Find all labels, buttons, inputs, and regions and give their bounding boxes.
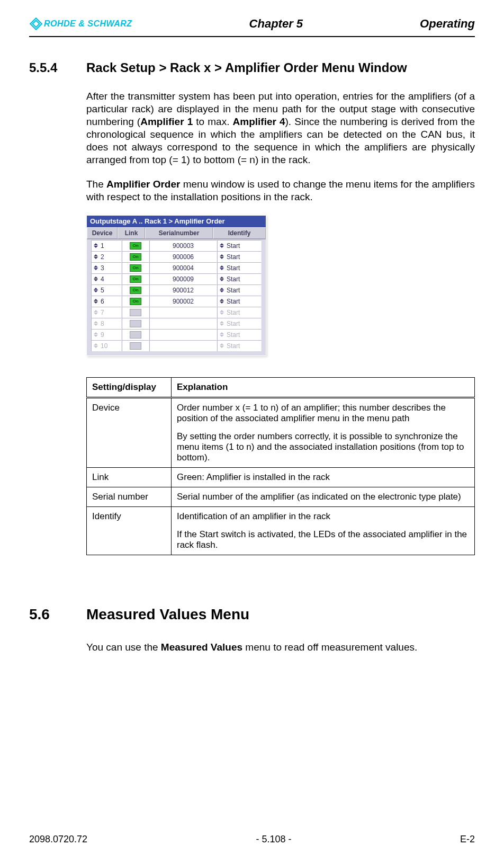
amplifier-row: 7Start [91,307,262,318]
serial-cell [149,318,217,329]
identify-stepper: Start [217,340,262,351]
exp-row-identify: Identify Identification of an amplifier … [87,506,475,555]
device-number: 7 [101,309,104,316]
footer-pagenum: - 5.108 - [256,834,292,845]
stepper-arrows-icon [94,275,99,283]
section-56-title: Measured Values Menu [86,606,249,623]
stepper-arrows-icon [94,287,99,294]
serial-cell [149,329,217,340]
header-chapter: Chapter 5 [249,17,303,31]
identify-label: Start [227,298,240,305]
col-header-identify: Identify [213,227,266,239]
link-cell: On [122,273,149,284]
brand-logo: ROHDE & SCHWARZ [29,17,132,31]
link-indicator [130,342,141,350]
identify-label: Start [227,320,240,327]
exp-text-link: Green: Amplifier is installed in the rac… [172,467,475,487]
amplifier-row: 2On900006Start [91,251,262,262]
device-number: 9 [101,331,104,339]
device-stepper[interactable]: 3 [91,262,122,273]
stepper-arrows-icon [94,331,99,339]
identify-label: Start [227,264,240,272]
serial-cell: 900004 [149,262,217,273]
section-554-title: Rack Setup > Rack x > Amplifier Order Me… [86,60,407,75]
amplifier-order-header-row: Device Link Serialnumber Identify [87,227,266,239]
identify-stepper[interactable]: Start [217,240,262,251]
identify-stepper[interactable]: Start [217,273,262,284]
device-stepper[interactable]: 2 [91,251,122,262]
identify-stepper[interactable]: Start [217,296,262,307]
exp-header-setting: Setting/display [87,377,172,397]
device-number: 2 [101,253,104,261]
stepper-arrows-icon [220,275,225,283]
amplifier-row: 10Start [91,340,262,351]
stepper-arrows-icon [220,309,225,316]
exp-label-link: Link [87,467,172,487]
serial-cell: 900009 [149,273,217,284]
amplifier-order-window: Outputstage A .. Rack 1 > Amplifier Orde… [86,215,266,356]
stepper-arrows-icon [220,320,225,327]
link-indicator[interactable]: On [130,253,141,261]
link-indicator[interactable]: On [130,275,141,283]
stepper-arrows-icon [220,342,225,350]
identify-label: Start [227,287,240,294]
link-indicator [130,331,141,339]
link-cell: On [122,284,149,296]
identify-label: Start [227,275,240,283]
amplifier-row: 3On900004Start [91,262,262,273]
device-stepper[interactable]: 5 [91,284,122,296]
col-header-link: Link [118,227,145,239]
stepper-arrows-icon [220,253,225,261]
link-indicator[interactable]: On [130,287,141,294]
stepper-arrows-icon [220,264,225,272]
device-stepper: 9 [91,329,122,340]
device-stepper: 8 [91,318,122,329]
identify-label: Start [227,342,240,350]
device-stepper: 10 [91,340,122,351]
device-number: 3 [101,264,104,272]
device-number: 8 [101,320,104,327]
exp-text-serial: Serial number of the amplifier (as indic… [172,487,475,506]
section-56-number: 5.6 [29,606,63,623]
stepper-arrows-icon [94,309,99,316]
stepper-arrows-icon [94,242,99,250]
link-indicator[interactable]: On [130,298,141,305]
identify-stepper[interactable]: Start [217,251,262,262]
stepper-arrows-icon [94,320,99,327]
device-stepper[interactable]: 6 [91,296,122,307]
identify-label: Start [227,331,240,339]
page-footer: 2098.0720.72 - 5.108 - E-2 [29,834,475,845]
link-cell [122,318,149,329]
exp-label-serial: Serial number [87,487,172,506]
amplifier-row: 5On900012Start [91,284,262,296]
link-indicator[interactable]: On [130,264,141,272]
stepper-arrows-icon [94,342,99,350]
section-554-para2: The Amplifier Order menu window is used … [86,178,475,203]
stepper-arrows-icon [94,264,99,272]
amplifier-row: 6On900002Start [91,296,262,307]
serial-cell: 900006 [149,251,217,262]
section-56-para: You can use the Measured Values menu to … [86,641,475,654]
amplifier-row: 1On900003Start [91,240,262,251]
identify-stepper: Start [217,329,262,340]
stepper-arrows-icon [220,287,225,294]
amplifier-order-titlebar: Outputstage A .. Rack 1 > Amplifier Orde… [87,216,266,227]
device-stepper[interactable]: 4 [91,273,122,284]
device-number: 10 [101,342,107,350]
identify-stepper[interactable]: Start [217,284,262,296]
serial-cell [149,307,217,318]
stepper-arrows-icon [94,253,99,261]
amplifier-order-body: 1On900003Start2On900006Start3On900004Sta… [87,239,266,355]
section-56-heading: 5.6 Measured Values Menu [29,606,475,623]
device-stepper[interactable]: 1 [91,240,122,251]
identify-label: Start [227,309,240,316]
exp-text-device: Order number x (= 1 to n) of an amplifie… [172,397,475,467]
brand-logo-icon [29,17,43,31]
device-stepper: 7 [91,307,122,318]
identify-stepper[interactable]: Start [217,262,262,273]
link-cell [122,340,149,351]
section-554-para1: After the transmitter system has been pu… [86,90,475,166]
serial-cell: 900012 [149,284,217,296]
amplifier-row: 4On900009Start [91,273,262,284]
link-indicator[interactable]: On [130,242,141,250]
